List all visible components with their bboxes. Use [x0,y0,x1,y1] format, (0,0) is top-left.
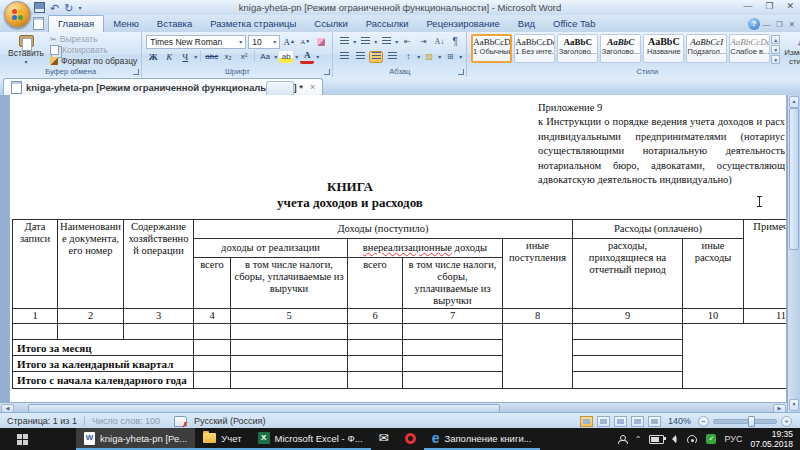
redo-icon[interactable]: ↻ [64,3,73,13]
start-button[interactable] [0,428,44,450]
font-size-combo[interactable]: 10▾ [248,35,280,49]
header-sales-income[interactable]: доходы от реализации [194,239,348,258]
taskbar-item-excel[interactable]: X Microsoft Excel - Ф... [250,428,371,450]
borders-button[interactable]: ⊞ [443,51,457,63]
grow-font-button[interactable]: А▲ [282,36,296,48]
header-date[interactable]: Дата записи [13,220,58,309]
format-painter-button[interactable]: Формат по образцу [50,56,137,66]
header-taxes[interactable]: в том числе налоги, сборы, уплачиваемые … [231,258,348,309]
dialog-launcher-icon[interactable] [324,69,330,75]
tray-expand-icon[interactable]: ⌃ [635,435,642,444]
tab-vstavka[interactable]: Вставка [148,16,201,32]
justify-button[interactable] [385,51,399,63]
align-center-button[interactable] [353,51,367,63]
header-income[interactable]: Доходы (поступило) [194,220,573,239]
dialog-launcher-icon[interactable] [133,69,139,75]
speaker-icon[interactable] [672,435,676,443]
style-card-no-spacing[interactable]: AaBbCcDc 1 Без инте... [514,34,555,63]
safely-remove-icon[interactable]: ✓ [706,434,716,444]
superscript-button[interactable]: x² [237,51,251,63]
header-total[interactable]: всего [194,258,231,309]
underline-button[interactable]: Ч [178,51,192,63]
page-indicator[interactable]: Страница: 1 из 1 [0,416,84,426]
network-icon[interactable] [686,435,698,443]
help-icon[interactable]: ? [748,18,760,30]
align-right-button[interactable] [369,51,383,63]
zoom-slider-thumb[interactable] [748,416,755,427]
zoom-in-icon[interactable]: + [781,416,792,427]
vscroll-thumb[interactable] [789,108,799,250]
header-taxes[interactable]: в том числе налоги, сборы, уплачиваемые … [403,258,503,309]
office-button[interactable] [4,1,31,28]
sort-button[interactable]: А↓ [432,36,446,48]
clock[interactable]: 19:35 07.05.2018 [750,429,793,449]
vertical-scrollbar[interactable]: ▲ ▼ [787,95,800,412]
italic-button[interactable]: К [162,51,176,63]
style-card-title[interactable]: AaBbC Название [643,34,684,63]
change-case-button[interactable]: Aa [258,51,272,63]
header-operation[interactable]: Содержание хозяйственной операции [124,220,194,309]
taskbar-item-word[interactable]: kniga-yheta-pn [Ре... [76,428,195,450]
subscript-button[interactable]: x₂ [221,51,235,63]
web-view-button[interactable] [614,416,627,427]
language-switcher[interactable]: РУС [724,434,742,444]
copy-button[interactable]: Копировать [50,45,137,55]
outline-view-button[interactable] [631,416,644,427]
document-page[interactable]: Приложение 9 к Инструкции о порядке веде… [10,95,786,402]
customize-qat-icon[interactable]: ▾ [78,4,81,11]
taskbar-item-mail[interactable]: ✉ [371,428,397,450]
tab-menu[interactable]: Меню [104,16,148,32]
bold-button[interactable]: Ж [146,51,160,63]
minimize-button[interactable]: — [743,1,752,11]
taskbar-item-edge[interactable]: e Заполнение книги... [424,428,540,450]
clear-formatting-button[interactable] [314,36,328,48]
style-card-subtle[interactable]: AaBbCcDc Слабое в... [729,34,770,63]
multilevel-list-button[interactable] [379,36,393,48]
numbering-button[interactable] [358,36,372,48]
header-expenses[interactable]: Расходы (оплачено) [573,220,744,239]
tab-glavnaya[interactable]: Главная [48,15,104,32]
font-family-combo[interactable]: Times New Roman▾ [146,35,246,49]
strikethrough-button[interactable]: abc [204,51,219,63]
new-tab-stub[interactable] [266,81,294,95]
style-card-normal[interactable]: AaBbCcDc 1 Обычный [471,34,512,63]
cut-button[interactable]: ✂ Вырезать [50,34,137,44]
gallery-down-icon[interactable]: ▼ [771,45,780,54]
header-note[interactable]: Примечание [744,220,786,309]
zoom-level[interactable]: 140% [665,416,694,426]
gallery-up-icon[interactable]: ▲ [771,35,780,44]
scroll-down-icon[interactable]: ▼ [789,399,799,411]
bullets-button[interactable] [337,36,351,48]
tab-office-tab[interactable]: Office Tab [544,16,604,32]
tab-vid[interactable]: Вид [509,16,544,32]
header-other-income[interactable]: иные поступления [503,239,573,309]
save-icon[interactable] [34,2,45,13]
gallery-more-icon[interactable]: ▼ [771,55,780,64]
decrease-indent-button[interactable]: ⇤ [400,36,414,48]
taskbar-item-opera[interactable] [397,428,424,450]
undo-icon[interactable]: ↶ [50,3,59,13]
scroll-up-icon[interactable]: ▲ [789,96,799,108]
close-button[interactable]: ✕ [786,1,794,11]
align-left-button[interactable] [337,51,351,63]
horizontal-scrollbar[interactable]: ◀ ▶ [0,402,787,412]
tab-close-icon[interactable]: × [310,82,315,92]
shading-button[interactable]: ▨ [422,51,436,63]
change-styles-button[interactable]: A Изменить стили ▾ [781,34,800,66]
style-card-heading2[interactable]: AaBbC Заголово... [600,34,641,63]
doc-minimize-icon[interactable]: — [762,20,770,29]
zoom-slider[interactable] [713,419,777,424]
draft-view-button[interactable] [648,416,661,427]
print-layout-view-button[interactable] [580,416,593,427]
show-marks-button[interactable]: ¶ [448,36,462,48]
fullscreen-view-button[interactable] [597,416,610,427]
increase-indent-button[interactable]: ⇥ [416,36,430,48]
tab-ssylki[interactable]: Ссылки [305,16,356,32]
paste-button[interactable]: Вставить ▾ [4,34,48,66]
font-color-button[interactable]: А [300,49,314,64]
header-nonsales-income[interactable]: внереализационные доходы [348,239,503,258]
header-period-expenses[interactable]: расходы, приходящиеся на отчетный период [573,239,683,309]
header-total[interactable]: всего [348,258,403,309]
line-spacing-button[interactable]: ↕ [401,51,415,63]
tab-rassylki[interactable]: Рассылки [357,16,418,32]
